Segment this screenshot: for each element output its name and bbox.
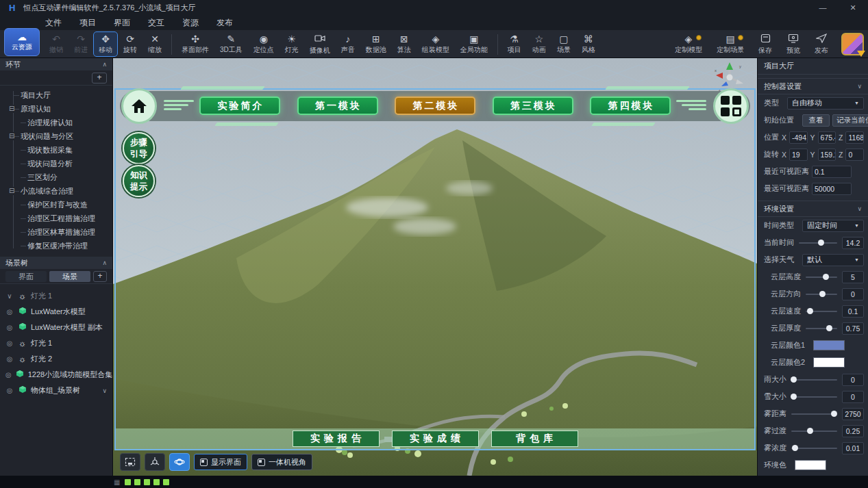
kiosk-view-toggle[interactable]: 一体机视角 [251, 454, 312, 470]
save-button[interactable]: 保存 [753, 31, 778, 57]
tree-item[interactable]: 治理区林草措施治理 [0, 225, 112, 239]
scene-item-model[interactable]: ◎ LuxWater水模型 [0, 304, 112, 320]
menu-interaction[interactable]: 交互 [148, 17, 164, 29]
visibility-eye-icon[interactable]: ◎ [5, 387, 14, 394]
tab-interface[interactable]: 界面 [5, 271, 47, 282]
scene-item-object-group[interactable]: ◎ 物体组_场景树 ∨ [0, 383, 112, 398]
visibility-eye-icon[interactable]: ◎ [5, 324, 14, 331]
tree-item[interactable]: 保护区封育与改造 [0, 198, 112, 211]
add-stage-button[interactable]: + [92, 73, 107, 84]
sound-button[interactable]: ♪声音 [336, 31, 360, 57]
module-grid-button[interactable] [713, 88, 749, 124]
collapse-expander-icon[interactable]: ⊟ [9, 105, 14, 113]
controller-type-select[interactable]: 自由移动 ▼ [787, 97, 864, 110]
tab-scene[interactable]: 场景 [49, 271, 90, 282]
menu-publish[interactable]: 发布 [216, 17, 233, 29]
rotate-tool-button[interactable]: ⟳旋转 [118, 31, 142, 57]
3d-viewport[interactable]: y x z 实验简介 第一模块 第二模块 第三模块 第四模块 [113, 58, 757, 476]
cloud-color2-swatch[interactable] [813, 357, 845, 368]
rotation-z-input[interactable]: 0 [845, 149, 864, 161]
tree-item-governance[interactable]: ⊟小流域综合治理 [0, 184, 112, 198]
menu-resources[interactable]: 资源 [182, 17, 199, 29]
position-y-input[interactable]: 675.48 [818, 131, 836, 144]
step-guide-button[interactable]: 步骤引导 [123, 132, 155, 164]
rotation-x-input[interactable]: 19 [789, 149, 808, 161]
chevron-down-icon[interactable]: ∨ [5, 292, 14, 300]
home-button[interactable] [121, 88, 157, 124]
rain-size-slider[interactable] [791, 374, 837, 386]
style-button[interactable]: ⌘风格 [576, 31, 601, 57]
minimize-button[interactable]: — [808, 0, 838, 15]
custom-scene-button[interactable]: ▤定制场景 [711, 31, 749, 57]
position-x-input[interactable]: -494.1 [789, 131, 808, 144]
tree-item[interactable]: 三区划分 [0, 170, 112, 184]
weather-select[interactable]: 默认 ▼ [802, 254, 864, 266]
custom-model-button[interactable]: ◈定制模型 [669, 31, 708, 57]
ambient-color-swatch[interactable] [795, 460, 826, 470]
scene-item-model[interactable]: ◎ LuxWater水模型 副本 [0, 320, 112, 335]
tree-item[interactable]: 现状问题分析 [0, 157, 112, 170]
expand-chevron-icon[interactable]: ∨ [102, 387, 107, 394]
global-functions-button[interactable]: ▣全局功能 [455, 31, 493, 57]
collapse-icon[interactable]: ∧ [102, 259, 107, 266]
3d-tools-button[interactable]: ✎3D工具 [214, 31, 248, 57]
nav-button-module2[interactable]: 第二模块 [395, 97, 475, 115]
nav-button-intro[interactable]: 实验简介 [199, 97, 280, 115]
tree-item[interactable]: 修复区缓冲带治理 [0, 239, 112, 253]
nav-button-module4[interactable]: 第四模块 [590, 97, 671, 115]
record-current-position-button[interactable]: 记录当前位置 [832, 114, 868, 127]
rain-size-value[interactable]: 0 [842, 374, 864, 386]
menu-interface[interactable]: 界面 [114, 17, 130, 29]
near-clip-input[interactable]: 0.1 [812, 166, 852, 178]
cloud-speed-slider[interactable] [806, 305, 837, 318]
cloud-thickness-slider[interactable] [806, 322, 837, 335]
tree-item[interactable]: 治理区工程措施治理 [0, 211, 112, 225]
show-ui-toggle[interactable]: 显示界面 [194, 454, 247, 470]
fog-transition-slider[interactable] [791, 425, 837, 437]
user-avatar[interactable] [841, 33, 864, 55]
position-z-input[interactable]: 1168.0 [845, 131, 864, 144]
scale-tool-button[interactable]: ✕缩放 [142, 31, 167, 57]
course-ui-canvas-selection[interactable]: 实验简介 第一模块 第二模块 第三模块 第四模块 步骤引导 知识提示 实验报告 … [114, 88, 756, 450]
anchor-point-button[interactable]: ◉定位点 [248, 31, 280, 57]
cloud-thickness-value[interactable]: 0.75 [842, 322, 864, 335]
scene-item-light[interactable]: ◎ ☼ 灯光 2 [0, 351, 112, 367]
ui-widgets-button[interactable]: ✣界面部件 [176, 31, 214, 57]
cloud-resource-button[interactable]: ☁ 云资源 [4, 28, 40, 56]
camera-button[interactable]: 摄像机 [304, 31, 336, 57]
tree-item[interactable]: 治理规律认知 [0, 116, 112, 129]
cloud-color1-swatch[interactable] [813, 340, 845, 350]
project-button[interactable]: ⚗项目 [502, 31, 527, 57]
backpack-button[interactable]: 背包库 [491, 431, 578, 447]
environment-settings-section[interactable]: 环境设置 ∨ [758, 201, 868, 217]
cloud-direction-slider[interactable] [806, 288, 837, 300]
menu-project[interactable]: 项目 [79, 17, 96, 29]
knowledge-tip-button[interactable]: 知识提示 [123, 165, 155, 197]
tree-item[interactable]: 现状数据采集 [0, 143, 112, 157]
scene-button[interactable]: ▢场景 [551, 31, 576, 57]
fog-density-slider[interactable] [791, 442, 837, 454]
cloud-direction-value[interactable]: 0 [842, 288, 864, 300]
collapse-expander-icon[interactable]: ⊟ [9, 187, 14, 195]
assemble-model-button[interactable]: ◈组装模型 [417, 31, 455, 57]
far-clip-input[interactable]: 50000 [812, 183, 852, 195]
fog-transition-value[interactable]: 0.25 [842, 425, 864, 437]
fog-distance-slider[interactable] [791, 408, 837, 420]
fog-distance-value[interactable]: 2750 [842, 408, 864, 420]
gizmo-mode-button[interactable] [145, 453, 165, 471]
collapse-expander-icon[interactable]: ⊟ [9, 132, 14, 140]
menu-file[interactable]: 文件 [45, 17, 62, 29]
animation-button[interactable]: ☆动画 [527, 31, 551, 57]
undo-button[interactable]: ↶撤销 [44, 31, 69, 57]
controller-settings-section[interactable]: 控制器设置 ∨ [758, 78, 868, 94]
tree-item-principle[interactable]: ⊟原理认知 [0, 102, 112, 116]
collapse-icon[interactable]: ∧ [102, 61, 107, 68]
publish-button[interactable]: 发布 [809, 31, 834, 57]
stages-panel-header[interactable]: 环节 ∧ [0, 58, 112, 70]
cloud-height-slider[interactable] [806, 271, 837, 283]
light-button[interactable]: ☀灯光 [280, 31, 304, 57]
time-type-select[interactable]: 固定时间 ▼ [802, 220, 864, 232]
snow-size-value[interactable]: 0 [842, 391, 864, 403]
nav-button-module3[interactable]: 第三模块 [493, 97, 573, 115]
visibility-eye-icon[interactable]: ◎ [5, 339, 14, 347]
